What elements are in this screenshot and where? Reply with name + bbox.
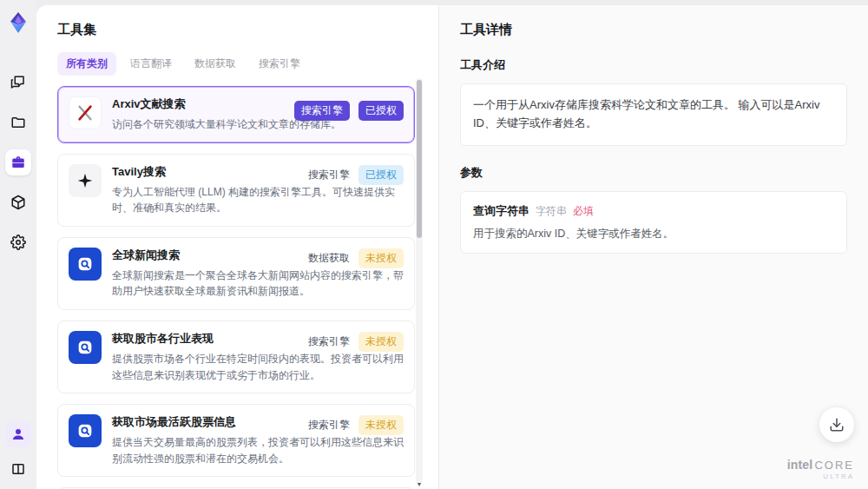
folder-icon[interactable] xyxy=(5,109,31,135)
param-name: 查询字符串 xyxy=(473,203,529,219)
toolset-panel: 工具集 所有类别 语言翻译 数据获取 搜索引擎 Arxiv文献搜索 访问各个研究… xyxy=(36,5,438,489)
auth-badge: 未授权 xyxy=(358,332,404,352)
tab-search-engine[interactable]: 搜索引擎 xyxy=(250,52,309,76)
page-title: 工具集 xyxy=(57,22,415,38)
tool-card-arxiv[interactable]: Arxiv文献搜索 访问各个研究领域大量科学论文和文章的存储库。 搜索引擎 已授… xyxy=(57,86,415,143)
tool-card-global-news[interactable]: 全球新闻搜索 全球新闻搜索是一个聚合全球各大新闻网站内容的搜索引擎，帮助用户快速… xyxy=(57,237,415,310)
blue-search-icon xyxy=(69,248,102,281)
category-label: 搜索引擎 xyxy=(308,418,350,433)
download-button[interactable] xyxy=(819,407,854,442)
tab-data-retrieval[interactable]: 数据获取 xyxy=(186,52,245,76)
tool-desc: 提供当天交易量最高的股票列表，投资者可以利用这些信息来识别流动性强的股票和潜在的… xyxy=(112,434,404,466)
details-title: 工具详情 xyxy=(460,22,847,38)
list-scrollbar[interactable]: ▼ xyxy=(416,78,423,484)
category-tabs: 所有类别 语言翻译 数据获取 搜索引擎 xyxy=(57,52,415,76)
gear-icon[interactable] xyxy=(5,229,31,255)
app-logo-icon xyxy=(5,10,31,36)
category-badge: 搜索引擎 xyxy=(294,101,350,121)
category-label: 数据获取 xyxy=(308,251,350,266)
params-heading: 参数 xyxy=(460,165,847,181)
auth-badge: 已授权 xyxy=(358,165,404,185)
tool-desc: 专为人工智能代理 (LLM) 构建的搜索引擎工具。可快速提供实时、准确和真实的结… xyxy=(112,184,404,216)
main-surface: 工具集 所有类别 语言翻译 数据获取 搜索引擎 Arxiv文献搜索 访问各个研究… xyxy=(36,5,868,489)
tool-desc: 提供股票市场各个行业在特定时间段内的表现。投资者可以利用这些信息来识别表现优于或… xyxy=(112,351,404,383)
chat-icon[interactable] xyxy=(5,69,31,96)
tool-card-most-active-stocks[interactable]: 获取市场最活跃股票信息 提供当天交易量最高的股票列表，投资者可以利用这些信息来识… xyxy=(57,404,415,477)
tab-language-translation[interactable]: 语言翻译 xyxy=(122,52,181,76)
tool-card-list: Arxiv文献搜索 访问各个研究领域大量科学论文和文章的存储库。 搜索引擎 已授… xyxy=(57,86,415,489)
tool-desc: 全球新闻搜索是一个聚合全球各大新闻网站内容的搜索引擎，帮助用户快速获取全球最新资… xyxy=(112,268,404,300)
auth-badge: 未授权 xyxy=(358,248,404,268)
param-desc: 用于搜索的Arxiv ID、关键字或作者姓名。 xyxy=(473,227,834,241)
auth-badge: 已授权 xyxy=(358,101,404,121)
toolbox-icon-active[interactable] xyxy=(5,149,31,175)
intel-core-logo: intelCORE ULTRA xyxy=(787,458,854,480)
scrollbar-down-arrow[interactable]: ▼ xyxy=(416,481,423,487)
panel-toggle-icon[interactable] xyxy=(5,456,31,482)
arxiv-icon xyxy=(69,96,102,129)
blue-search-icon xyxy=(69,414,102,447)
sparkle-icon xyxy=(69,164,102,197)
tool-details-panel: 工具详情 工具介绍 一个用于从Arxiv存储库搜索科学论文和文章的工具。 输入可… xyxy=(438,5,868,489)
user-avatar-icon[interactable] xyxy=(5,421,31,447)
scrollbar-thumb[interactable] xyxy=(417,80,422,238)
parameter-item: 查询字符串 字符串 必填 用于搜索的Arxiv ID、关键字或作者姓名。 xyxy=(460,191,847,254)
tab-all-categories[interactable]: 所有类别 xyxy=(57,52,116,76)
auth-badge: 未授权 xyxy=(358,415,404,435)
left-rail xyxy=(0,0,36,489)
intro-box: 一个用于从Arxiv存储库搜索科学论文和文章的工具。 输入可以是Arxiv ID… xyxy=(460,83,847,146)
param-required-badge: 必填 xyxy=(573,204,594,219)
category-label: 搜索引擎 xyxy=(308,168,350,182)
intro-heading: 工具介绍 xyxy=(460,57,847,73)
cube-icon[interactable] xyxy=(5,189,31,215)
param-type: 字符串 xyxy=(536,204,567,219)
tool-card-tavily[interactable]: Tavily搜索 专为人工智能代理 (LLM) 构建的搜索引擎工具。可快速提供实… xyxy=(57,154,415,227)
blue-search-icon xyxy=(69,331,102,364)
tool-card-sector-performance[interactable]: 获取股市各行业表现 提供股票市场各个行业在特定时间段内的表现。投资者可以利用这些… xyxy=(57,320,415,393)
category-label: 搜索引擎 xyxy=(308,334,350,349)
